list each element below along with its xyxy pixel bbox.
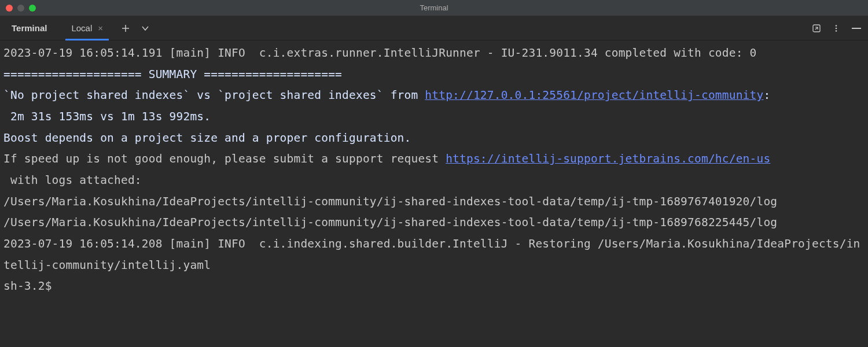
summary-divider: ==================== SUMMARY ===========… xyxy=(3,64,865,86)
log-line: 2023-07-19 16:05:14.208 [main] INFO c.i.… xyxy=(3,234,865,276)
terminal-output[interactable]: 2023-07-19 16:05:14.191 [main] INFO c.i.… xyxy=(0,40,868,300)
svg-point-3 xyxy=(836,30,837,32)
window-titlebar: Terminal xyxy=(0,0,868,16)
options-menu-button[interactable] xyxy=(832,24,840,32)
traffic-lights xyxy=(0,5,36,12)
close-window-icon[interactable] xyxy=(6,5,13,12)
window-title: Terminal xyxy=(420,3,448,12)
log-line: Boost depends on a project size and a pr… xyxy=(3,128,865,149)
expand-diagonal-icon xyxy=(812,24,821,32)
text-run: If speed up is not good enough, please s… xyxy=(3,152,446,165)
plus-icon xyxy=(122,24,130,32)
log-line: If speed up is not good enough, please s… xyxy=(3,149,865,170)
support-url-link[interactable]: https://intellij-support.jetbrains.com/h… xyxy=(446,152,770,165)
tab-actions xyxy=(122,24,149,32)
log-line: 2m 31s 153ms vs 1m 13s 992ms. xyxy=(3,106,865,128)
log-line: `No project shared indexes` vs `project … xyxy=(3,85,865,106)
kebab-icon xyxy=(832,24,840,32)
chevron-down-icon xyxy=(141,24,149,32)
hide-tool-button[interactable] xyxy=(852,27,861,29)
maximize-tool-button[interactable] xyxy=(812,24,821,32)
text-run: `No project shared indexes` vs `project … xyxy=(3,88,425,102)
svg-rect-4 xyxy=(852,28,861,29)
project-url-link[interactable]: http://127.0.0.1:25561/project/intellij-… xyxy=(425,88,763,102)
svg-point-2 xyxy=(836,27,837,29)
log-path: /Users/Maria.Kosukhina/IdeaProjects/inte… xyxy=(3,212,865,234)
shell-prompt: sh-3.2$ xyxy=(3,279,52,293)
minimize-icon xyxy=(852,27,861,29)
minimize-window-icon[interactable] xyxy=(17,5,24,12)
toolbar-right-actions xyxy=(812,24,861,32)
maximize-window-icon[interactable] xyxy=(29,5,36,12)
selected-text: ==================== SUMMARY ===========… xyxy=(3,64,865,149)
svg-point-1 xyxy=(836,25,837,27)
new-tab-button[interactable] xyxy=(122,24,130,32)
close-tab-icon[interactable]: × xyxy=(98,24,103,32)
log-path: /Users/Maria.Kosukhina/IdeaProjects/inte… xyxy=(3,191,865,213)
tool-window-title: Terminal xyxy=(7,23,52,33)
terminal-toolbar: Terminal Local × xyxy=(0,16,868,40)
text-run: : xyxy=(763,88,770,102)
log-line: with logs attached: xyxy=(3,170,865,191)
tab-label: Local xyxy=(71,23,92,33)
log-line: 2023-07-19 16:05:14.191 [main] INFO c.i.… xyxy=(3,43,865,64)
terminal-tab-local[interactable]: Local × xyxy=(65,16,109,40)
tab-dropdown-button[interactable] xyxy=(141,24,149,32)
